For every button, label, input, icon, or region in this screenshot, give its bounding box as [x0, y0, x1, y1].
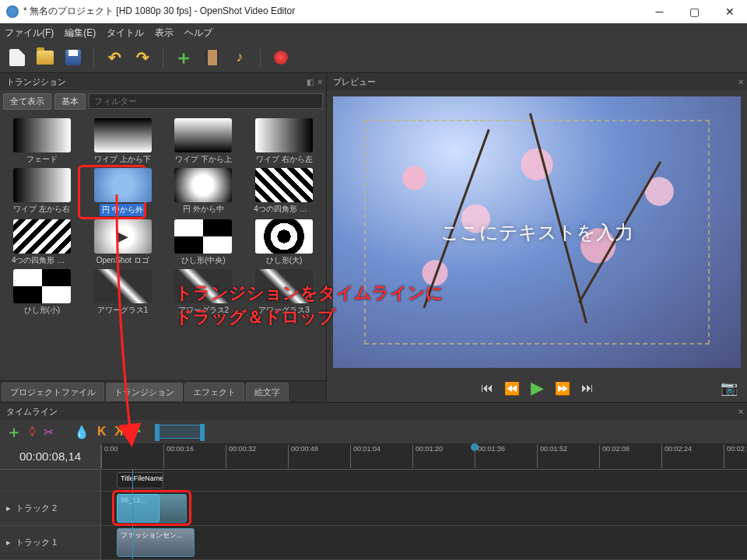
- close-timeline-icon[interactable]: ✕: [738, 408, 744, 416]
- open-file-button[interactable]: [34, 47, 56, 68]
- main-toolbar: ↶ ↷ ＋ ♪: [0, 42, 747, 73]
- razor-button[interactable]: ✂: [44, 425, 54, 439]
- time-ruler[interactable]: 0:0000:00:1600:00:3200:00:4800:01:0400:0…: [101, 443, 747, 469]
- jump-end-button[interactable]: ⏭: [581, 381, 594, 395]
- transition-item[interactable]: 円 外から中: [165, 168, 243, 216]
- menu-edit[interactable]: 編集(E): [65, 26, 96, 40]
- undo-button[interactable]: ↶: [103, 47, 125, 68]
- track-1-header[interactable]: ▸ トラック 1: [0, 526, 101, 559]
- close-button[interactable]: ✕: [712, 0, 747, 23]
- window-title: * 無名のプロジェクト [HD 1080p 30 fps] - OpenShot…: [23, 5, 642, 18]
- snapshot-button[interactable]: 📷: [721, 380, 738, 397]
- timeline-header: タイムライン ✕: [0, 403, 747, 420]
- transition-clip[interactable]: [117, 494, 160, 523]
- transition-item[interactable]: ワイプ 上から下: [84, 118, 162, 165]
- forward-button[interactable]: ⏩: [555, 381, 570, 396]
- redo-button[interactable]: ↷: [132, 47, 153, 68]
- export-button[interactable]: [270, 47, 292, 68]
- transition-item[interactable]: ワイプ 下から上: [165, 118, 243, 165]
- close-panel-icon[interactable]: ✕: [317, 78, 323, 86]
- prev-marker-button[interactable]: K: [97, 425, 107, 439]
- import-button[interactable]: ＋: [173, 47, 195, 68]
- tab-transitions[interactable]: トランジション: [106, 383, 183, 401]
- menu-file[interactable]: ファイル(F): [5, 26, 54, 40]
- add-track-button[interactable]: ＋: [6, 422, 22, 443]
- next-marker-button[interactable]: K: [114, 425, 124, 439]
- app-icon: [6, 5, 19, 18]
- film-button[interactable]: [201, 47, 223, 68]
- transition-item[interactable]: 4つの四角形 左 バー: [3, 219, 81, 266]
- save-button[interactable]: [62, 47, 84, 68]
- transition-item[interactable]: ▶OpenShot ロゴ: [84, 219, 162, 266]
- tab-emoji[interactable]: 絵文字: [246, 383, 289, 401]
- menu-help[interactable]: ヘルプ: [184, 26, 212, 40]
- transition-item[interactable]: 円 中から外: [84, 168, 162, 216]
- zoom-slider[interactable]: [156, 425, 203, 439]
- fashion-clip[interactable]: ファッションセン...: [117, 528, 195, 557]
- transition-item[interactable]: ひし形(小): [3, 269, 81, 316]
- timeline-toolbar: ＋ ⧲ ✂ 💧 K K •••: [0, 420, 747, 443]
- maximize-button[interactable]: ▢: [677, 0, 712, 23]
- transition-item[interactable]: アワーグラス1: [84, 269, 162, 316]
- transition-item[interactable]: ひし形(中央): [165, 219, 243, 266]
- annotation-text: トランジションをタイムラインにドラッグ＆ドロップ: [175, 282, 444, 330]
- tab-effects[interactable]: エフェクト: [184, 383, 244, 401]
- transitions-grid: フェードワイプ 上から下ワイプ 下から上ワイプ 右から左ワイプ 左から右円 中か…: [0, 112, 326, 380]
- transition-item[interactable]: ワイプ 左から右: [3, 168, 81, 216]
- tab-project-files[interactable]: プロジェクトファイル: [2, 383, 104, 401]
- filter-all-tab[interactable]: 全て表示: [3, 93, 51, 110]
- minimize-button[interactable]: ─: [642, 0, 677, 23]
- snap-button[interactable]: ⧲: [30, 425, 36, 439]
- track-2-header[interactable]: ▸ トラック 2: [0, 492, 101, 525]
- music-button[interactable]: ♪: [229, 47, 251, 68]
- play-button[interactable]: ▶: [531, 378, 544, 398]
- titlebar: * 無名のプロジェクト [HD 1080p 30 fps] - OpenShot…: [0, 0, 747, 23]
- transition-item[interactable]: ワイプ 右から左: [245, 118, 323, 165]
- transition-item[interactable]: フェード: [3, 118, 81, 165]
- time-display: 00:00:08,14: [0, 443, 101, 469]
- close-preview-icon[interactable]: ✕: [738, 78, 744, 86]
- jump-start-button[interactable]: ⏮: [481, 381, 493, 395]
- transition-item[interactable]: ひし形(大): [245, 219, 323, 266]
- filter-input[interactable]: [89, 93, 323, 109]
- detach-icon[interactable]: ◧: [307, 78, 314, 86]
- new-file-button[interactable]: [6, 47, 28, 68]
- marker-button[interactable]: 💧: [74, 425, 89, 439]
- title-clip[interactable]: TitleFileName: [117, 472, 163, 488]
- rewind-button[interactable]: ⏪: [504, 381, 520, 396]
- playhead-line: [132, 470, 133, 491]
- preview-panel-header: プレビュー ✕: [327, 73, 747, 90]
- menu-view[interactable]: 表示: [155, 26, 174, 40]
- filter-basic-tab[interactable]: 基本: [54, 93, 86, 110]
- menubar: ファイル(F) 編集(E) タイトル 表示 ヘルプ: [0, 23, 747, 42]
- preview-text-overlay: ここにテキストを入力: [440, 220, 633, 245]
- playback-controls: ⏮ ⏪ ▶ ⏩ ⏭ 📷: [327, 374, 747, 402]
- menu-title[interactable]: タイトル: [107, 26, 144, 40]
- transition-item[interactable]: 4つの四角形 右 バー: [245, 168, 323, 216]
- transitions-panel-header: トランジション ◧✕: [0, 73, 326, 90]
